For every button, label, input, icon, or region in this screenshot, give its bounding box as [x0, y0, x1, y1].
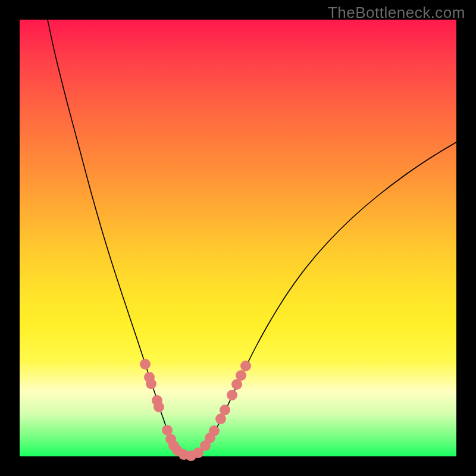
- highlight-dot: [220, 405, 230, 415]
- highlight-dot: [209, 425, 220, 436]
- highlight-dot: [227, 390, 237, 400]
- highlight-dot: [140, 359, 151, 369]
- highlight-dot: [154, 402, 164, 412]
- highlight-dot: [240, 361, 251, 371]
- highlight-dot: [146, 378, 156, 389]
- highlight-dot: [236, 370, 246, 381]
- curve-left-branch: [48, 20, 189, 456]
- chart-frame: TheBottleneck.com: [0, 0, 476, 476]
- plot-area: [20, 20, 456, 456]
- chart-svg: [20, 20, 456, 456]
- highlight-dot-group: [140, 359, 251, 461]
